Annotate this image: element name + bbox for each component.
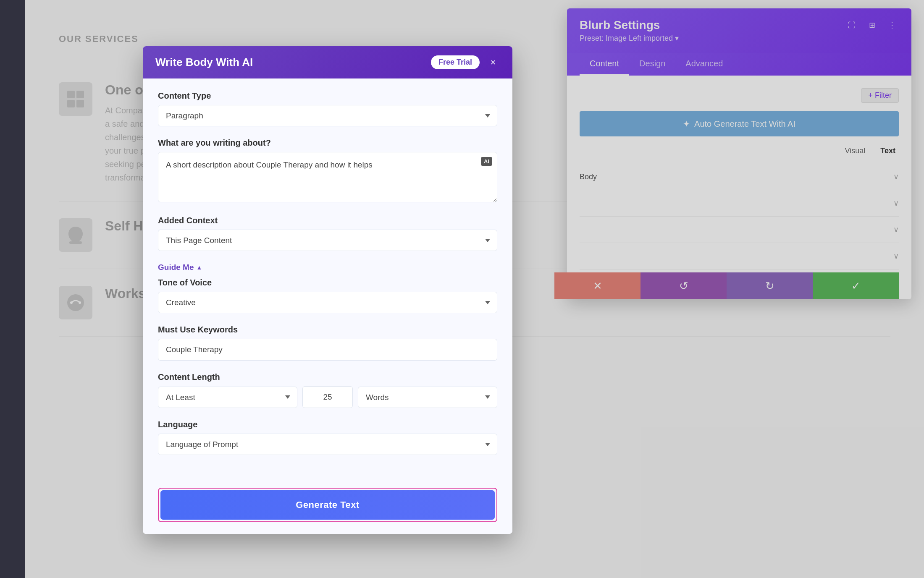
tone-of-voice-label: Tone of Voice — [158, 278, 497, 288]
ai-modal-body: Content Type Paragraph What are you writ… — [143, 78, 512, 479]
content-length-unit-select[interactable]: Words — [358, 387, 497, 408]
language-label: Language — [158, 420, 497, 429]
guide-me-arrow-icon: ▲ — [197, 264, 202, 271]
content-type-section: Content Type Paragraph — [158, 91, 497, 126]
ai-modal-footer: Generate Text — [143, 479, 512, 534]
tone-of-voice-select[interactable]: Creative — [158, 292, 497, 313]
language-select[interactable]: Language of Prompt — [158, 434, 497, 455]
content-type-label: Content Type — [158, 91, 497, 101]
generate-text-button[interactable]: Generate Text — [160, 490, 495, 520]
generate-btn-wrapper: Generate Text — [158, 488, 497, 522]
writing-about-textarea[interactable]: A short description about Couple Therapy… — [158, 152, 497, 202]
keywords-section: Must Use Keywords — [158, 325, 497, 361]
ai-modal-header-right: Free Trial × — [431, 55, 500, 69]
added-context-select[interactable]: This Page Content — [158, 230, 497, 251]
content-length-number-input[interactable] — [302, 386, 353, 408]
writing-about-section: What are you writing about? A short desc… — [158, 138, 497, 204]
ai-modal-header: Write Body With AI Free Trial × — [143, 46, 512, 78]
content-length-section: Content Length At Least Words — [158, 372, 497, 408]
added-context-section: Added Context This Page Content — [158, 216, 497, 251]
ai-modal-title: Write Body With AI — [155, 56, 253, 69]
ai-write-body-modal: Write Body With AI Free Trial × Content … — [143, 46, 512, 534]
close-button[interactable]: × — [486, 56, 500, 69]
content-length-qualifier-select[interactable]: At Least — [158, 387, 297, 408]
keywords-input[interactable] — [158, 339, 497, 361]
keywords-label: Must Use Keywords — [158, 325, 497, 335]
guide-me-link[interactable]: Guide Me ▲ — [158, 263, 497, 272]
free-trial-badge: Free Trial — [431, 55, 480, 69]
content-type-select[interactable]: Paragraph — [158, 105, 497, 126]
content-length-row: At Least Words — [158, 386, 497, 408]
guide-me-label: Guide Me — [158, 263, 194, 272]
added-context-label: Added Context — [158, 216, 497, 225]
language-section: Language Language of Prompt — [158, 420, 497, 455]
ai-icon-badge: AI — [481, 157, 492, 166]
writing-about-label: What are you writing about? — [158, 138, 497, 148]
content-length-label: Content Length — [158, 372, 497, 382]
textarea-wrapper: A short description about Couple Therapy… — [158, 152, 497, 204]
tone-of-voice-section: Tone of Voice Creative — [158, 278, 497, 313]
